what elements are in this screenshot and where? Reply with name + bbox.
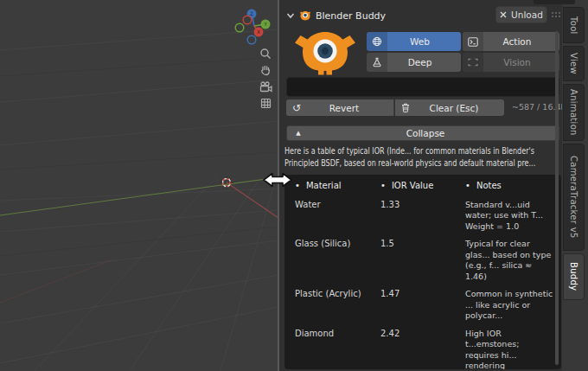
cell-notes: Standard v...uid water; use with T... We… — [465, 200, 554, 233]
description-line-1: Here is a table of typical IOR (Inde... … — [284, 145, 488, 157]
cell-notes: Typical for clear glas... based on type … — [465, 239, 554, 282]
toggle-grid-icon[interactable] — [257, 96, 274, 110]
mode-action-button[interactable]: Action — [463, 32, 559, 51]
terminal-icon — [463, 32, 483, 51]
prompt-input[interactable] — [286, 77, 559, 97]
panel-scrollbar[interactable] — [555, 31, 559, 365]
buddy-logo-small-icon — [299, 10, 311, 22]
mode-action-label: Action — [483, 36, 559, 47]
collapse-label: Collapse — [310, 128, 559, 138]
table-row: Diamond 2.42 High IOR t...emstones; requ… — [295, 329, 554, 370]
zoom-icon[interactable] — [257, 47, 274, 61]
cell-ior: 1.5 — [380, 239, 465, 282]
axis-y-line — [0, 177, 278, 215]
mode-deep-button[interactable]: Deep — [367, 53, 461, 72]
mode-vision-label: Vision — [483, 57, 559, 67]
revert-button[interactable]: ↺ Revert — [286, 99, 394, 116]
globe-icon — [367, 32, 387, 51]
mode-vision-button[interactable]: Vision — [463, 53, 559, 72]
sidebar-tab-strip: Tool View Animation CameraTracker v5 Bud… — [562, 0, 588, 371]
chevron-down-icon[interactable] — [286, 12, 295, 19]
panel-title: Blender Buddy — [316, 10, 386, 22]
panel-header: Blender Buddy — [286, 7, 386, 24]
gizmo-axis-y-neg-icon[interactable] — [235, 23, 244, 32]
cell-ior: 2.42 — [380, 329, 465, 370]
cell-ior: 1.47 — [380, 289, 465, 322]
viewport-header-cutoff — [534, 0, 575, 4]
triangle-up-icon: ▲ — [287, 130, 310, 137]
tab-view[interactable]: View — [563, 46, 585, 81]
svg-text:Y: Y — [263, 21, 267, 27]
buddy-logo — [291, 29, 359, 77]
close-icon — [500, 11, 507, 18]
cell-notes: High IOR t...emstones; requires hi... re… — [465, 329, 554, 370]
undo-icon: ↺ — [286, 102, 307, 114]
clear-button[interactable]: Clear (Esc) — [395, 99, 504, 116]
svg-text:X: X — [257, 29, 260, 35]
mode-deep-label: Deep — [387, 57, 461, 67]
cell-material: Water — [295, 200, 380, 233]
ior-description: Here is a table of typical IOR (Inde... … — [284, 145, 561, 169]
blender-window: Z Y X — [0, 0, 588, 371]
tab-cameratracker[interactable]: CameraTracker v5 — [563, 144, 585, 251]
cell-ior: 1.33 — [380, 200, 465, 233]
tab-buddy[interactable]: Buddy — [563, 253, 585, 300]
buddy-panel: Blender Buddy Unload — [279, 0, 562, 371]
description-line-2: Principled BSDF, based on real-world phy… — [284, 157, 488, 170]
resize-cursor-icon — [262, 170, 293, 189]
table-row: Plastic (Acrylic) 1.47 Common in synthet… — [295, 289, 554, 322]
ior-table: Material IOR Value Notes Water 1.33 Stan… — [284, 175, 561, 369]
action-row: ↺ Revert Clear (Esc) ~587 / 16.4k — [286, 99, 559, 116]
revert-label: Revert — [307, 103, 393, 113]
gizmo-axis-x-neg-icon[interactable] — [243, 16, 252, 24]
mode-buttons: Web Action Deep — [367, 32, 559, 72]
tab-animation[interactable]: Animation — [563, 84, 585, 141]
viewport-3d[interactable]: Z Y X — [0, 0, 278, 371]
vision-frame-icon — [463, 53, 483, 72]
table-row: Water 1.33 Standard v...uid water; use w… — [295, 200, 554, 233]
header-ior-value: IOR Value — [380, 181, 465, 192]
clear-label: Clear (Esc) — [416, 103, 504, 113]
tab-tool[interactable]: Tool — [563, 7, 585, 43]
cell-material: Glass (Silica) — [295, 239, 380, 282]
mode-web-button[interactable]: Web — [367, 32, 461, 51]
gizmo-axis-z-neg-icon[interactable] — [247, 35, 256, 44]
cell-notes: Common in synthetic ... like acrylic or … — [465, 289, 554, 322]
cell-material: Plastic (Acrylic) — [295, 289, 380, 322]
table-header-row: Material IOR Value Notes — [295, 181, 554, 192]
viewport-controls — [257, 47, 274, 110]
panel-drag-grip[interactable] — [551, 11, 561, 18]
camera-view-icon[interactable] — [257, 80, 274, 93]
unload-label: Unload — [511, 10, 543, 20]
table-row: Glass (Silica) 1.5 Typical for clear gla… — [295, 239, 554, 282]
pan-hand-icon[interactable] — [257, 63, 274, 77]
viewport-grid — [0, 0, 278, 371]
header-notes: Notes — [465, 181, 554, 192]
svg-text:Z: Z — [250, 10, 253, 16]
unload-button[interactable]: Unload — [495, 6, 547, 23]
flask-icon — [367, 53, 387, 72]
header-material: Material — [295, 181, 380, 192]
trash-icon — [395, 103, 416, 112]
mode-web-label: Web — [387, 36, 461, 47]
collapse-button[interactable]: ▲ Collapse — [286, 125, 559, 141]
navigation-gizmo[interactable]: Z Y X — [233, 5, 275, 47]
cell-material: Diamond — [295, 329, 380, 370]
